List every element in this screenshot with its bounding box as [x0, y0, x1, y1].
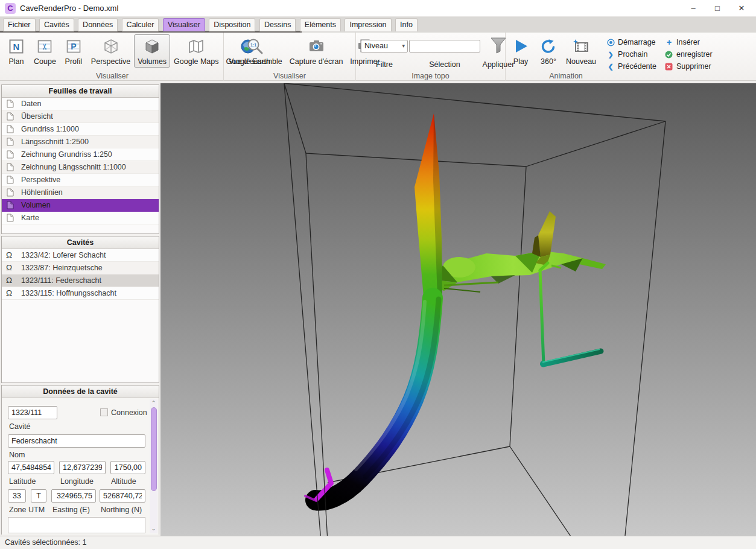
worksheet-item[interactable]: Perspektive [2, 174, 159, 186]
title-bar: C CaveRenderPro - Demo.xml – □ ✕ [0, 0, 756, 17]
worksheet-item-selected[interactable]: Volumen [2, 199, 159, 212]
utm-zone-input[interactable] [8, 489, 26, 503]
northing-input[interactable] [100, 489, 145, 503]
cavity-item[interactable]: Ω1323/87: Heinzquetsche [2, 262, 159, 274]
tab-info[interactable]: Info [395, 18, 418, 31]
document-icon [7, 112, 14, 121]
altitude-input[interactable] [110, 461, 145, 474]
worksheets-header: Feuilles de travail [2, 85, 159, 98]
tab-visualiser[interactable]: Visualiser [163, 18, 205, 31]
check-icon [665, 50, 673, 59]
group-label: Visualiser [224, 72, 355, 80]
group-label: Visualiser [1, 72, 223, 80]
tab-cavites[interactable]: Cavités [39, 18, 74, 31]
worksheet-item[interactable]: Übersicht [2, 110, 159, 123]
tab-disposition[interactable]: Disposition [209, 18, 255, 31]
form-scrollbar[interactable]: ⌃ ⌄ [150, 399, 157, 533]
cavity-item[interactable]: Ω1323/115: Hoffnungsschacht [2, 287, 159, 300]
group-label: Image topo [356, 72, 505, 80]
connexion-label: Connexion [111, 408, 147, 417]
name-label: Nom [9, 451, 25, 459]
filtre-label: Filtre [361, 60, 408, 69]
easting-label: Easting (E) [52, 506, 90, 514]
viewport-background [160, 83, 756, 536]
capture-decran-button[interactable]: Capture d'écran [286, 34, 347, 68]
google-maps-button[interactable]: Google Maps [170, 34, 222, 68]
enregistrer-button[interactable]: enregistrer [663, 48, 714, 60]
rotate-360-button[interactable]: 360° [535, 34, 562, 68]
document-icon [7, 201, 14, 209]
utm-band-input[interactable] [31, 489, 46, 503]
tab-fichier[interactable]: Fichier [3, 18, 36, 31]
previous-chevron-icon: ❮ [606, 62, 615, 71]
cave-3d-render [160, 83, 756, 536]
notes-textarea[interactable] [8, 517, 145, 533]
supprimer-button[interactable]: Supprimer [663, 60, 714, 72]
tab-elements[interactable]: Eléments [300, 18, 341, 31]
worksheet-item[interactable]: Zeichnung Grundriss 1:250 [2, 148, 159, 161]
delete-icon [665, 62, 673, 71]
volume-cube-icon [142, 37, 162, 56]
easting-input[interactable] [51, 489, 96, 503]
tab-donnees[interactable]: Données [78, 18, 118, 31]
perspective-button[interactable]: Perspective [87, 34, 134, 68]
worksheet-item[interactable]: Längsschnitt 1:2500 [2, 136, 159, 148]
ribbon-group-animation: Play 360° Nouveau Démarrage [506, 33, 685, 81]
latitude-input[interactable] [8, 461, 54, 474]
cavity-item-selected[interactable]: Ω1323/111: Federschacht [2, 274, 159, 287]
longitude-input[interactable] [59, 461, 106, 474]
cavity-data-header: Données de la cavité [2, 386, 159, 398]
cavities-panel: Cavités Ω1323/42: Loferer Schacht Ω1323/… [1, 236, 159, 383]
cavity-label: Cavité [9, 422, 30, 431]
prochain-button[interactable]: ❯ Prochain [605, 48, 658, 60]
northing-label: Northing (N) [101, 506, 142, 514]
plan-button[interactable]: N Plan [2, 34, 30, 68]
status-text: Cavités sélectionnées: 1 [5, 538, 87, 547]
volumes-button[interactable]: Volumes [134, 34, 170, 68]
worksheet-item[interactable]: Daten [2, 98, 159, 110]
scroll-down-icon[interactable]: ⌄ [150, 525, 157, 533]
close-button[interactable]: ✕ [729, 0, 754, 17]
tab-calculer[interactable]: Calculer [122, 18, 159, 31]
3d-viewport[interactable] [160, 83, 756, 536]
window-controls: – □ ✕ [681, 0, 754, 17]
worksheet-item[interactable]: Karte [2, 212, 159, 224]
precedente-button[interactable]: ❮ Précédente [605, 60, 658, 72]
document-icon [7, 150, 14, 159]
ribbon: N Plan ✂ Coupe P Profil Perspect [0, 33, 756, 81]
worksheet-item[interactable]: Zeichnung Längsschnitt 1:1000 [2, 161, 159, 174]
minimize-button[interactable]: – [681, 0, 705, 17]
scrollbar-thumb[interactable] [151, 407, 157, 491]
coupe-button[interactable]: ✂ Coupe [30, 34, 60, 68]
demarrage-button[interactable]: Démarrage [605, 36, 658, 48]
document-icon [7, 163, 14, 171]
tab-dessins[interactable]: Dessins [259, 18, 296, 31]
next-chevron-icon: ❯ [606, 50, 615, 59]
svg-text:1:1: 1:1 [250, 43, 256, 47]
document-icon [7, 176, 14, 184]
cavity-name-input[interactable] [8, 434, 145, 448]
overview-magnifier-icon: 1:1 [245, 37, 265, 56]
worksheet-item[interactable]: Grundriss 1:1000 [2, 123, 159, 136]
profil-button[interactable]: P Profil [60, 34, 87, 68]
selection-input[interactable] [409, 40, 480, 52]
vue-densemble-button[interactable]: 1:1 Vue d'ensemble [225, 34, 286, 68]
ribbon-group-image-topo: Niveau ▾ Filtre Sélection Appliquer Imag… [356, 33, 506, 81]
maximize-button[interactable]: □ [705, 0, 729, 17]
play-button[interactable]: Play [507, 34, 535, 68]
inserer-button[interactable]: + Insérer [663, 36, 714, 48]
cavity-item[interactable]: Ω1323/42: Loferer Schacht [2, 249, 159, 262]
connexion-checkbox[interactable] [100, 408, 108, 416]
cavity-number-input[interactable] [8, 406, 57, 419]
altitude-label: Altitude [111, 477, 136, 486]
selection-label: Sélection [409, 60, 480, 69]
ribbon-tab-bar: Fichier Cavités Données Calculer Visuali… [0, 17, 756, 33]
scroll-up-icon[interactable]: ⌃ [150, 400, 157, 407]
nouveau-button[interactable]: Nouveau [562, 34, 600, 68]
worksheet-item[interactable]: Höhlenlinien [2, 186, 159, 199]
document-icon [7, 188, 14, 197]
tab-impression[interactable]: Impression [345, 18, 391, 31]
omega-icon: Ω [6, 251, 14, 259]
filtre-dropdown[interactable]: Niveau ▾ [361, 40, 408, 52]
cavity-data-panel: Données de la cavité Connexion Cavité No… [1, 385, 159, 535]
